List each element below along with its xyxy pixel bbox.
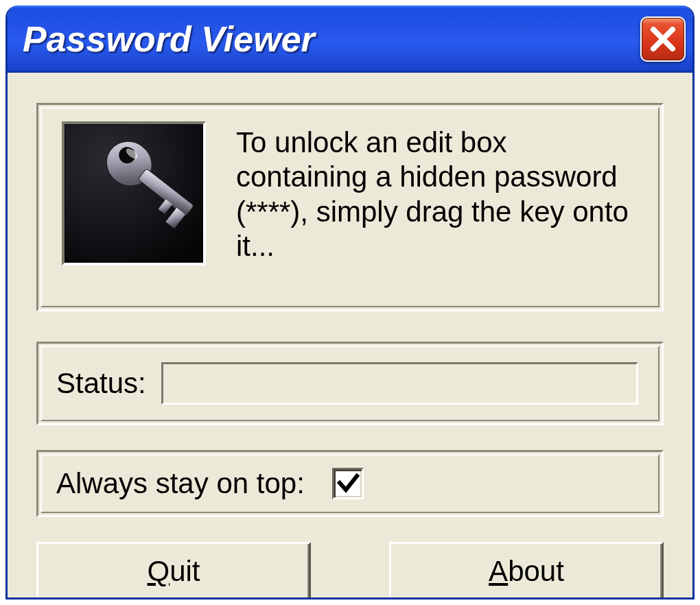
button-row: Quit About <box>36 542 664 600</box>
about-button-accel: A <box>489 555 508 588</box>
quit-button[interactable]: Quit <box>36 542 311 600</box>
checkmark-icon <box>336 472 360 495</box>
titlebar[interactable]: Password Viewer <box>8 5 692 73</box>
always-on-top-checkbox[interactable] <box>332 468 364 499</box>
about-button-suffix: bout <box>508 555 564 588</box>
status-field <box>161 362 638 405</box>
always-on-top-label: Always stay on top: <box>56 467 305 500</box>
client-area: To unlock an edit box containing a hidde… <box>13 80 687 592</box>
quit-button-accel: Q <box>147 555 170 588</box>
close-button[interactable] <box>640 16 686 62</box>
about-button[interactable]: About <box>389 542 664 600</box>
drag-key-handle[interactable] <box>62 121 206 265</box>
status-label: Status: <box>56 367 146 400</box>
close-icon <box>649 25 677 53</box>
key-icon <box>65 125 202 262</box>
instructions-text: To unlock an edit box containing a hidde… <box>236 121 638 264</box>
quit-button-suffix: uit <box>170 555 200 588</box>
instructions-panel: To unlock an edit box containing a hidde… <box>36 103 664 311</box>
window-title: Password Viewer <box>23 19 640 60</box>
status-panel: Status: <box>36 342 664 425</box>
always-on-top-panel: Always stay on top: <box>36 450 664 517</box>
app-window: Password Viewer <box>5 5 695 600</box>
